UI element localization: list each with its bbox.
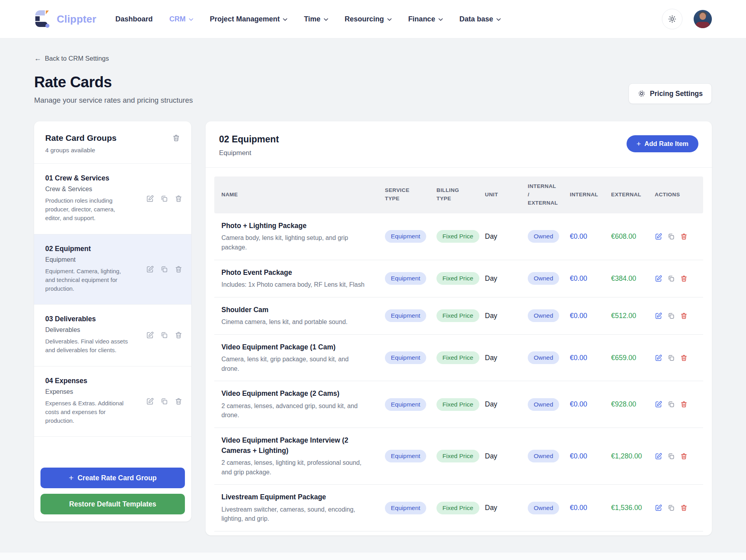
rate-item-name: Video Equipment Package (2 Cams) [221, 389, 353, 399]
top-navbar: Clippter Dashboard CRM Project Managemen… [0, 0, 746, 38]
trash-icon[interactable] [680, 275, 688, 282]
external-price: €608.00 [611, 232, 636, 240]
copy-icon[interactable] [160, 397, 168, 405]
edit-icon[interactable] [146, 397, 154, 405]
edit-icon[interactable] [146, 195, 154, 203]
external-price-cell: €608.00 [606, 232, 649, 241]
theme-toggle-button[interactable] [662, 9, 683, 29]
plus-icon [69, 473, 73, 483]
internal-external-cell: Owned [522, 351, 564, 364]
group-description: Deliverables. Final video assets and del… [45, 337, 129, 355]
trash-icon[interactable] [680, 453, 688, 460]
external-price: €659.00 [611, 354, 636, 362]
row-actions [649, 233, 703, 240]
copy-icon[interactable] [667, 453, 675, 460]
rate-card-group-item[interactable]: 02 Equipment Equipment Equipment. Camera… [34, 234, 191, 305]
trash-icon[interactable] [680, 401, 688, 408]
trash-icon[interactable] [172, 134, 180, 144]
external-price: €384.00 [611, 274, 636, 282]
service-type-cell: Equipment [379, 502, 431, 514]
edit-icon[interactable] [655, 354, 662, 362]
selected-group-subtitle: Equipment [219, 149, 279, 157]
edit-icon[interactable] [655, 401, 662, 408]
nav-item-label: Project Management [210, 15, 280, 23]
rate-item-row: Video Equipment Package (1 Cam) Camera, … [214, 335, 703, 382]
edit-icon[interactable] [655, 312, 662, 320]
internal-external-cell: Owned [522, 398, 564, 411]
rate-card-group-item[interactable]: 01 Crew & Services Crew & Services Produ… [34, 164, 191, 234]
trash-icon[interactable] [680, 504, 688, 512]
billing-type-cell: Fixed Price [431, 230, 479, 243]
trash-icon[interactable] [680, 312, 688, 320]
back-to-crm-settings-link[interactable]: Back to CRM Settings [34, 54, 109, 63]
group-actions [146, 331, 183, 339]
trash-icon[interactable] [680, 354, 688, 362]
external-price-cell: €659.00 [606, 354, 649, 362]
edit-icon[interactable] [655, 233, 662, 240]
edit-icon[interactable] [655, 275, 662, 282]
unit-value: Day [485, 452, 497, 460]
trash-icon[interactable] [175, 195, 183, 203]
rate-card-groups-panel: Rate Card Groups 4 groups available 01 C… [34, 121, 191, 522]
rate-item-description: Camera, lens kit, grip package, sound ki… [221, 355, 367, 373]
rate-item-name: Photo Event Package [221, 268, 353, 278]
edit-icon[interactable] [655, 453, 662, 460]
unit-cell: Day [479, 452, 522, 460]
external-price: €1,280.00 [611, 452, 642, 460]
add-rate-item-button[interactable]: Add Rate Item [627, 135, 698, 152]
external-price-cell: €928.00 [606, 400, 649, 408]
service-type-badge: Equipment [385, 450, 426, 462]
rate-card-group-item[interactable]: 04 Expenses Expenses Expenses & Extras. … [34, 366, 191, 437]
ownership-badge: Owned [528, 230, 559, 243]
rate-item-description: 2 cameras, lenses, advanced grip, sound … [221, 401, 367, 420]
nav-item[interactable]: Time [304, 15, 328, 23]
copy-icon[interactable] [667, 401, 675, 408]
row-actions [649, 275, 703, 282]
edit-icon[interactable] [655, 504, 662, 512]
nav-item[interactable]: Resourcing [345, 15, 392, 23]
brand-logo[interactable]: Clippter [34, 10, 96, 28]
copy-icon[interactable] [667, 312, 675, 320]
nav-item-label: Resourcing [345, 15, 384, 23]
unit-cell: Day [479, 232, 522, 241]
trash-icon[interactable] [175, 397, 183, 405]
nav-item[interactable]: Project Management [210, 15, 287, 23]
restore-button-label: Restore Default Templates [69, 500, 156, 508]
copy-icon[interactable] [667, 233, 675, 240]
copy-icon[interactable] [667, 504, 675, 512]
billing-type-badge: Fixed Price [436, 450, 479, 462]
column-header-internal-external: Internal / External [522, 176, 564, 213]
selected-group-title: 02 Equipment [219, 134, 279, 145]
name-cell: Photo + Lighting Package Camera body, le… [214, 221, 379, 252]
copy-icon[interactable] [160, 265, 168, 273]
pricing-settings-button[interactable]: Pricing Settings [629, 83, 712, 104]
trash-icon[interactable] [175, 331, 183, 339]
create-rate-card-group-button[interactable]: Create Rate Card Group [40, 468, 185, 488]
trash-icon[interactable] [175, 265, 183, 273]
name-cell: Video Equipment Package (2 Cams) 2 camer… [214, 389, 379, 420]
billing-type-cell: Fixed Price [431, 398, 479, 411]
plus-icon [636, 140, 641, 148]
service-type-cell: Equipment [379, 450, 431, 462]
external-price: €512.00 [611, 312, 636, 320]
copy-icon[interactable] [160, 195, 168, 203]
nav-item[interactable]: Finance [408, 15, 443, 23]
rate-item-row: Photo + Lighting Package Camera body, le… [214, 213, 703, 260]
nav-item[interactable]: Data base [460, 15, 501, 23]
internal-price: €0.00 [570, 274, 587, 282]
copy-icon[interactable] [667, 275, 675, 282]
copy-icon[interactable] [160, 331, 168, 339]
trash-icon[interactable] [680, 233, 688, 240]
restore-default-templates-button[interactable]: Restore Default Templates [40, 494, 185, 514]
rate-items-header-text: 02 Equipment Equipment [219, 134, 279, 157]
copy-icon[interactable] [667, 354, 675, 362]
nav-item[interactable]: CRM [169, 15, 193, 23]
edit-icon[interactable] [146, 265, 154, 273]
rate-card-group-item[interactable]: 03 Deliverables Deliverables Deliverable… [34, 305, 191, 366]
edit-icon[interactable] [146, 331, 154, 339]
user-avatar[interactable] [694, 10, 712, 28]
nav-item[interactable]: Dashboard [115, 15, 153, 23]
ownership-badge: Owned [528, 309, 559, 322]
rate-item-name: Photo + Lighting Package [221, 221, 353, 231]
group-subtitle: Equipment [45, 256, 180, 263]
